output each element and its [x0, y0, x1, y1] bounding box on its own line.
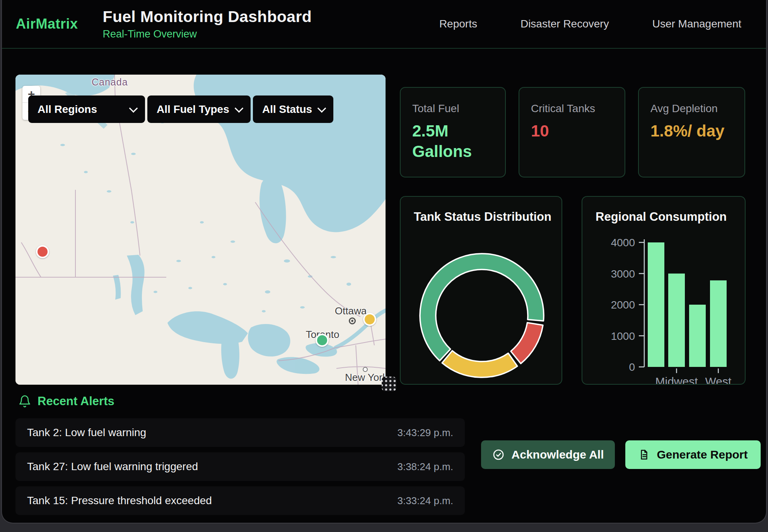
regional-consumption-panel: Regional Consumption 01000200030004000Mi… [582, 196, 746, 385]
bell-icon [18, 395, 31, 408]
svg-text:Midwest: Midwest [655, 375, 698, 385]
stat-label: Critical Tanks [531, 102, 613, 115]
alert-message: Tank 2: Low fuel warning [27, 426, 146, 439]
generate-report-button[interactable]: Generate Report [625, 440, 761, 469]
chevron-down-icon [317, 104, 326, 113]
alert-row[interactable]: Tank 15: Pressure threshold exceeded 3:3… [15, 486, 465, 515]
stat-value-total-fuel: 2.5M Gallons [412, 121, 495, 162]
tank-marker-critical[interactable] [36, 245, 49, 258]
stat-card-avg-depletion: Avg Depletion 1.8%/ day [638, 87, 745, 177]
fuel-type-filter-dropdown[interactable]: All Fuel Types [147, 95, 251, 123]
stat-card-total-fuel: Total Fuel 2.5M Gallons [400, 87, 506, 177]
region-filter-dropdown[interactable]: All Regions [28, 95, 145, 123]
tank-status-donut-chart [401, 197, 562, 385]
tank-marker-warning[interactable] [363, 313, 376, 326]
alert-message: Tank 15: Pressure threshold exceeded [27, 494, 212, 507]
document-icon [638, 449, 650, 460]
brand-logo: AirMatrix [16, 16, 78, 32]
new-york-city-marker [363, 367, 368, 372]
alerts-header: Recent Alerts [18, 394, 114, 408]
fuel-map[interactable]: Canada Ottawa Toronto New York + − All R… [15, 75, 386, 385]
svg-text:4000: 4000 [611, 237, 635, 249]
alert-timestamp: 3:43:29 p.m. [397, 427, 453, 439]
page-title: Fuel Monitoring Dashboard [103, 8, 312, 26]
tank-status-panel: Tank Status Distribution [400, 196, 562, 385]
regional-consumption-bar-chart: 01000200030004000MidwestWest [582, 197, 746, 385]
stat-card-critical-tanks: Critical Tanks 10 [519, 87, 625, 177]
alert-timestamp: 3:38:24 p.m. [397, 461, 453, 473]
svg-text:2000: 2000 [611, 299, 635, 311]
chevron-down-icon [235, 104, 244, 113]
header: AirMatrix Fuel Monitoring Dashboard Real… [2, 0, 766, 49]
stat-label: Total Fuel [412, 102, 493, 115]
alerts-title: Recent Alerts [38, 394, 114, 408]
ottawa-city-marker [349, 317, 356, 324]
chevron-down-icon [129, 104, 138, 113]
stat-value-avg-depletion: 1.8%/ day [650, 121, 734, 142]
nav-item-reports[interactable]: Reports [439, 18, 477, 30]
status-filter-value: All Status [262, 103, 312, 116]
bar-region-2[interactable] [689, 305, 706, 367]
bar-region-3[interactable] [710, 280, 727, 367]
alert-row[interactable]: Tank 27: Low fuel warning triggered 3:38… [15, 452, 465, 481]
donut-segment-warning[interactable] [442, 351, 517, 377]
map-resize-grip-icon[interactable] [382, 377, 396, 391]
donut-segment-critical[interactable] [511, 323, 543, 364]
bar-region-1[interactable] [668, 274, 685, 367]
alert-row[interactable]: Tank 2: Low fuel warning 3:43:29 p.m. [15, 418, 465, 447]
status-filter-dropdown[interactable]: All Status [253, 95, 333, 123]
check-circle-icon [492, 448, 505, 461]
svg-text:1000: 1000 [611, 330, 635, 342]
region-filter-value: All Regions [38, 103, 97, 116]
alert-timestamp: 3:33:24 p.m. [397, 495, 453, 507]
dashboard-root: AirMatrix Fuel Monitoring Dashboard Real… [1, 0, 767, 523]
generate-report-label: Generate Report [657, 448, 748, 461]
acknowledge-all-label: Acknowledge All [512, 448, 604, 461]
stat-value-critical-tanks: 10 [531, 121, 614, 142]
page-subtitle: Real-Time Overview [103, 28, 312, 40]
svg-text:3000: 3000 [611, 268, 635, 280]
fuel-type-filter-value: All Fuel Types [157, 103, 229, 116]
tank-marker-normal[interactable] [316, 334, 329, 347]
nav-item-user-management[interactable]: User Management [652, 18, 741, 30]
svg-text:0: 0 [629, 361, 635, 373]
map-filter-bar: All Regions All Fuel Types All Status [28, 95, 333, 123]
main-nav: Reports Disaster Recovery User Managemen… [439, 18, 766, 30]
alert-message: Tank 27: Low fuel warning triggered [27, 460, 198, 473]
title-block: Fuel Monitoring Dashboard Real-Time Over… [103, 8, 312, 40]
stat-label: Avg Depletion [650, 102, 733, 115]
acknowledge-all-button[interactable]: Acknowledge All [481, 440, 615, 469]
nav-item-disaster-recovery[interactable]: Disaster Recovery [521, 18, 609, 30]
bar-region-0[interactable] [648, 242, 664, 367]
svg-text:West: West [705, 375, 732, 385]
